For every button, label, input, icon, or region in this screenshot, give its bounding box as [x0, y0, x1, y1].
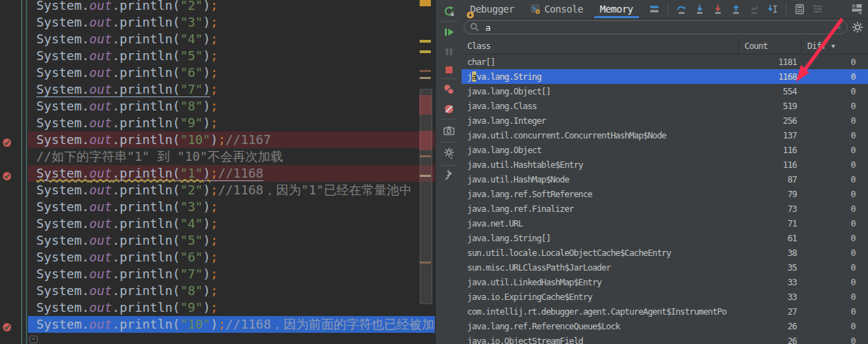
code-line[interactable]: System.out.println("8"); — [28, 282, 435, 299]
count-cell: 26 — [738, 319, 801, 334]
code-line[interactable]: System.out.println("10");//1168，因为前面的字符也… — [28, 316, 435, 333]
code-line[interactable]: System.out.println("3"); — [28, 199, 435, 215]
code-token: //1168，因为"1"已经在常量池中 — [218, 182, 412, 197]
code-line[interactable]: System.out.println("4"); — [28, 31, 435, 48]
search-box[interactable]: ✕ — [464, 20, 848, 34]
code-line[interactable]: System.out.println("10");//1167 — [28, 131, 435, 148]
clear-search-icon[interactable]: ✕ — [837, 22, 841, 32]
table-row[interactable]: java.lang.Integer2560 — [462, 113, 868, 128]
stream-debugger-icon[interactable] — [811, 2, 825, 16]
code-line[interactable]: System.out.println("7"); — [28, 266, 435, 282]
mute-breakpoints-icon[interactable] — [442, 102, 456, 116]
code-token: ; — [210, 115, 218, 130]
breakpoint-verified-icon[interactable] — [2, 320, 12, 329]
step-into-icon[interactable] — [693, 2, 707, 16]
table-row[interactable]: sun.util.locale.LocaleObjectCache$CacheE… — [462, 245, 868, 260]
diff-cell: 0 — [801, 245, 868, 260]
code-line[interactable]: System.out.println("9"); — [28, 115, 435, 131]
table-row[interactable]: java.util.LinkedHashMap$Entry330 — [462, 275, 868, 289]
diff-cell: 0 — [801, 143, 868, 157]
code-line[interactable]: System.out.println("3"); — [28, 14, 435, 31]
scrollbar-thumb[interactable] — [420, 89, 432, 304]
column-header-diff[interactable]: Diff▼ — [801, 38, 868, 54]
tab-debugger[interactable]: Debugger — [462, 0, 522, 18]
tab-console[interactable]: Console — [522, 0, 591, 18]
table-row[interactable]: java.lang.String11680 — [462, 69, 868, 84]
table-header: Class Count Diff▼ — [462, 38, 868, 55]
column-header-class[interactable]: Class — [462, 38, 738, 54]
gutter-separator — [26, 0, 27, 344]
code-line[interactable]: System.out.println("2"); — [28, 0, 435, 14]
table-row[interactable]: java.util.Hashtable$Entry1160 — [462, 157, 868, 172]
run-to-cursor-icon[interactable] — [765, 2, 779, 16]
evaluate-expression-icon[interactable] — [793, 2, 807, 16]
count-cell: 38 — [738, 245, 801, 260]
toolbar-separator — [441, 119, 457, 120]
code-line[interactable]: //如下的字符串"1" 到 "10"不会再次加载 — [28, 148, 435, 165]
code-line[interactable]: System.out.println("8"); — [28, 98, 435, 115]
force-step-into-icon[interactable] — [711, 2, 725, 16]
count-cell: 87 — [738, 172, 801, 187]
code-token: .println( — [112, 182, 180, 197]
code-token: System. — [36, 233, 89, 248]
table-row[interactable]: java.lang.Object[]5540 — [462, 84, 868, 99]
table-row[interactable]: java.lang.ref.ReferenceQueue$Lock260 — [462, 319, 868, 334]
breakpoint-verified-icon[interactable] — [2, 169, 12, 178]
code-line[interactable]: System.out.println("2");//1168，因为"1"已经在常… — [28, 182, 435, 199]
table-row[interactable]: java.io.ExpiringCache$Entry330 — [462, 289, 868, 304]
threads-view-icon[interactable] — [647, 2, 661, 16]
breakpoint-verified-icon[interactable] — [2, 135, 12, 145]
count-cell: 519 — [738, 99, 801, 113]
pause-icon[interactable] — [442, 45, 456, 59]
code-line[interactable]: System.out.println("5"); — [28, 232, 435, 249]
column-header-count[interactable]: Count — [738, 38, 801, 54]
step-over-icon[interactable] — [675, 2, 689, 16]
count-cell: 33 — [738, 275, 801, 289]
memory-settings-gear-icon[interactable] — [851, 21, 865, 35]
settings-gear-icon[interactable] — [442, 146, 456, 160]
layout-settings-button[interactable] — [851, 2, 865, 16]
table-row[interactable]: java.lang.Class5190 — [462, 99, 868, 113]
code-token: "3" — [180, 15, 203, 29]
view-breakpoints-icon[interactable] — [442, 83, 456, 96]
editor-scroll-stripe[interactable] — [418, 0, 434, 344]
table-row[interactable]: char[]11810 — [462, 55, 868, 69]
code-line[interactable]: System.out.println("7"); — [28, 81, 435, 98]
table-row[interactable]: java.io.ObjectStreamField260 — [462, 334, 868, 344]
tab-memory[interactable]: Memory — [591, 0, 642, 18]
rerun-icon[interactable] — [442, 4, 456, 18]
table-row[interactable]: sun.misc.URLClassPath$JarLoader350 — [462, 260, 868, 275]
code-line[interactable]: System.out.println("6"); — [28, 249, 435, 266]
table-row[interactable]: com.intellij.rt.debugger.agent.CaptureAg… — [462, 304, 868, 319]
code-line[interactable]: System.out.println("6"); — [28, 64, 435, 81]
table-row[interactable]: java.lang.ref.SoftReference790 — [462, 187, 868, 201]
code-token: "4" — [180, 31, 203, 46]
step-out-icon[interactable] — [729, 2, 743, 16]
code-line[interactable]: System.out.println("1");//1168 — [28, 165, 435, 182]
drop-frame-icon[interactable] — [747, 2, 761, 16]
class-name-cell: java.io.ObjectStreamField — [462, 334, 738, 344]
code-line[interactable]: System.out.println("5"); — [28, 48, 435, 64]
code-token: System. — [36, 199, 89, 214]
table-row[interactable]: java.lang.Object1160 — [462, 143, 868, 157]
code-token: ) — [203, 300, 210, 315]
code-token: System. — [36, 250, 89, 264]
tab-label: Memory — [600, 3, 633, 15]
search-input[interactable] — [484, 22, 837, 34]
code-editor[interactable]: System.out.println("2");System.out.print… — [0, 0, 435, 344]
pin-icon[interactable] — [442, 169, 456, 183]
debugger-toolbar — [435, 0, 462, 344]
code-line[interactable]: System.out.println("9"); — [28, 299, 435, 316]
code-token: ; — [210, 99, 218, 113]
table-row[interactable]: java.lang.ref.Finalizer730 — [462, 201, 868, 216]
table-row[interactable]: java.lang.String[]610 — [462, 231, 868, 245]
stop-icon[interactable] — [442, 63, 456, 77]
table-row[interactable]: java.util.concurrent.ConcurrentHashMap$N… — [462, 128, 868, 143]
code-line[interactable]: System.out.println("4"); — [28, 215, 435, 232]
table-row[interactable]: java.net.URL710 — [462, 216, 868, 231]
fold-marker-icon[interactable]: − — [29, 336, 38, 343]
resume-icon[interactable] — [442, 25, 456, 39]
table-row[interactable]: java.util.HashMap$Node870 — [462, 172, 868, 187]
camera-icon[interactable] — [442, 124, 456, 138]
code-token: .println( — [112, 65, 180, 80]
